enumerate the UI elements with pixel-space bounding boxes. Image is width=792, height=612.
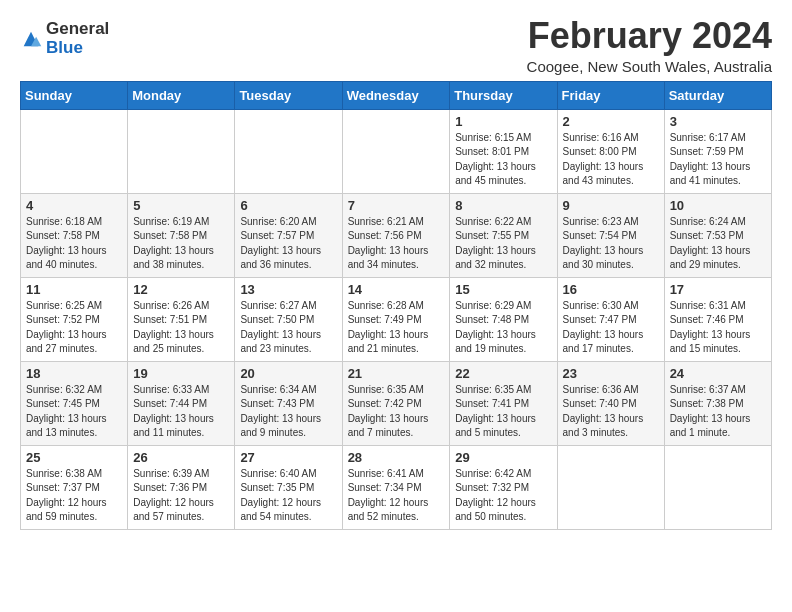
calendar-week-row: 18Sunrise: 6:32 AMSunset: 7:45 PMDayligh… xyxy=(21,361,772,445)
day-number: 22 xyxy=(455,366,551,381)
calendar-day-cell: 9Sunrise: 6:23 AMSunset: 7:54 PMDaylight… xyxy=(557,193,664,277)
day-of-week-header: Friday xyxy=(557,81,664,109)
calendar-day-cell: 17Sunrise: 6:31 AMSunset: 7:46 PMDayligh… xyxy=(664,277,771,361)
day-number: 23 xyxy=(563,366,659,381)
day-info: Sunrise: 6:35 AMSunset: 7:41 PMDaylight:… xyxy=(455,383,551,441)
calendar-day-cell: 18Sunrise: 6:32 AMSunset: 7:45 PMDayligh… xyxy=(21,361,128,445)
day-number: 15 xyxy=(455,282,551,297)
calendar-day-cell xyxy=(21,109,128,193)
calendar-day-cell: 19Sunrise: 6:33 AMSunset: 7:44 PMDayligh… xyxy=(128,361,235,445)
day-info: Sunrise: 6:17 AMSunset: 7:59 PMDaylight:… xyxy=(670,131,766,189)
day-of-week-header: Wednesday xyxy=(342,81,450,109)
day-number: 13 xyxy=(240,282,336,297)
day-number: 6 xyxy=(240,198,336,213)
day-number: 28 xyxy=(348,450,445,465)
day-number: 27 xyxy=(240,450,336,465)
day-info: Sunrise: 6:25 AMSunset: 7:52 PMDaylight:… xyxy=(26,299,122,357)
day-info: Sunrise: 6:41 AMSunset: 7:34 PMDaylight:… xyxy=(348,467,445,525)
calendar-day-cell: 29Sunrise: 6:42 AMSunset: 7:32 PMDayligh… xyxy=(450,445,557,529)
day-info: Sunrise: 6:27 AMSunset: 7:50 PMDaylight:… xyxy=(240,299,336,357)
calendar-day-cell: 11Sunrise: 6:25 AMSunset: 7:52 PMDayligh… xyxy=(21,277,128,361)
day-number: 8 xyxy=(455,198,551,213)
day-number: 12 xyxy=(133,282,229,297)
location-subtitle: Coogee, New South Wales, Australia xyxy=(527,58,772,75)
day-info: Sunrise: 6:18 AMSunset: 7:58 PMDaylight:… xyxy=(26,215,122,273)
calendar-day-cell: 13Sunrise: 6:27 AMSunset: 7:50 PMDayligh… xyxy=(235,277,342,361)
day-of-week-header: Thursday xyxy=(450,81,557,109)
calendar-week-row: 25Sunrise: 6:38 AMSunset: 7:37 PMDayligh… xyxy=(21,445,772,529)
calendar-day-cell: 25Sunrise: 6:38 AMSunset: 7:37 PMDayligh… xyxy=(21,445,128,529)
day-number: 4 xyxy=(26,198,122,213)
day-number: 16 xyxy=(563,282,659,297)
calendar-day-cell xyxy=(342,109,450,193)
calendar-day-cell: 2Sunrise: 6:16 AMSunset: 8:00 PMDaylight… xyxy=(557,109,664,193)
day-info: Sunrise: 6:22 AMSunset: 7:55 PMDaylight:… xyxy=(455,215,551,273)
calendar-week-row: 4Sunrise: 6:18 AMSunset: 7:58 PMDaylight… xyxy=(21,193,772,277)
calendar-day-cell: 14Sunrise: 6:28 AMSunset: 7:49 PMDayligh… xyxy=(342,277,450,361)
calendar-day-cell xyxy=(664,445,771,529)
calendar-day-cell: 1Sunrise: 6:15 AMSunset: 8:01 PMDaylight… xyxy=(450,109,557,193)
day-info: Sunrise: 6:36 AMSunset: 7:40 PMDaylight:… xyxy=(563,383,659,441)
calendar-day-cell xyxy=(128,109,235,193)
header: General Blue February 2024 Coogee, New S… xyxy=(20,16,772,75)
calendar-table: SundayMondayTuesdayWednesdayThursdayFrid… xyxy=(20,81,772,530)
day-info: Sunrise: 6:38 AMSunset: 7:37 PMDaylight:… xyxy=(26,467,122,525)
calendar-day-cell: 12Sunrise: 6:26 AMSunset: 7:51 PMDayligh… xyxy=(128,277,235,361)
logo-blue-text: Blue xyxy=(46,39,109,58)
calendar-header-row: SundayMondayTuesdayWednesdayThursdayFrid… xyxy=(21,81,772,109)
calendar-day-cell xyxy=(235,109,342,193)
logo-general-text: General xyxy=(46,20,109,39)
day-info: Sunrise: 6:29 AMSunset: 7:48 PMDaylight:… xyxy=(455,299,551,357)
day-number: 24 xyxy=(670,366,766,381)
day-info: Sunrise: 6:37 AMSunset: 7:38 PMDaylight:… xyxy=(670,383,766,441)
calendar-day-cell: 28Sunrise: 6:41 AMSunset: 7:34 PMDayligh… xyxy=(342,445,450,529)
day-number: 5 xyxy=(133,198,229,213)
calendar-day-cell: 4Sunrise: 6:18 AMSunset: 7:58 PMDaylight… xyxy=(21,193,128,277)
calendar-day-cell: 16Sunrise: 6:30 AMSunset: 7:47 PMDayligh… xyxy=(557,277,664,361)
day-of-week-header: Sunday xyxy=(21,81,128,109)
day-number: 1 xyxy=(455,114,551,129)
calendar-day-cell: 22Sunrise: 6:35 AMSunset: 7:41 PMDayligh… xyxy=(450,361,557,445)
day-info: Sunrise: 6:32 AMSunset: 7:45 PMDaylight:… xyxy=(26,383,122,441)
calendar-day-cell: 7Sunrise: 6:21 AMSunset: 7:56 PMDaylight… xyxy=(342,193,450,277)
day-number: 19 xyxy=(133,366,229,381)
day-number: 17 xyxy=(670,282,766,297)
day-info: Sunrise: 6:21 AMSunset: 7:56 PMDaylight:… xyxy=(348,215,445,273)
day-number: 14 xyxy=(348,282,445,297)
day-info: Sunrise: 6:40 AMSunset: 7:35 PMDaylight:… xyxy=(240,467,336,525)
logo: General Blue xyxy=(20,20,109,57)
day-info: Sunrise: 6:30 AMSunset: 7:47 PMDaylight:… xyxy=(563,299,659,357)
day-number: 21 xyxy=(348,366,445,381)
day-info: Sunrise: 6:34 AMSunset: 7:43 PMDaylight:… xyxy=(240,383,336,441)
calendar-day-cell: 8Sunrise: 6:22 AMSunset: 7:55 PMDaylight… xyxy=(450,193,557,277)
day-info: Sunrise: 6:23 AMSunset: 7:54 PMDaylight:… xyxy=(563,215,659,273)
calendar-day-cell: 10Sunrise: 6:24 AMSunset: 7:53 PMDayligh… xyxy=(664,193,771,277)
calendar-day-cell: 3Sunrise: 6:17 AMSunset: 7:59 PMDaylight… xyxy=(664,109,771,193)
day-number: 2 xyxy=(563,114,659,129)
day-of-week-header: Monday xyxy=(128,81,235,109)
calendar-day-cell: 21Sunrise: 6:35 AMSunset: 7:42 PMDayligh… xyxy=(342,361,450,445)
day-number: 3 xyxy=(670,114,766,129)
calendar-day-cell: 27Sunrise: 6:40 AMSunset: 7:35 PMDayligh… xyxy=(235,445,342,529)
day-number: 7 xyxy=(348,198,445,213)
logo-icon xyxy=(20,28,42,50)
calendar-week-row: 11Sunrise: 6:25 AMSunset: 7:52 PMDayligh… xyxy=(21,277,772,361)
day-number: 29 xyxy=(455,450,551,465)
calendar-day-cell: 26Sunrise: 6:39 AMSunset: 7:36 PMDayligh… xyxy=(128,445,235,529)
day-info: Sunrise: 6:31 AMSunset: 7:46 PMDaylight:… xyxy=(670,299,766,357)
calendar-day-cell: 20Sunrise: 6:34 AMSunset: 7:43 PMDayligh… xyxy=(235,361,342,445)
calendar-week-row: 1Sunrise: 6:15 AMSunset: 8:01 PMDaylight… xyxy=(21,109,772,193)
calendar-day-cell: 24Sunrise: 6:37 AMSunset: 7:38 PMDayligh… xyxy=(664,361,771,445)
day-info: Sunrise: 6:35 AMSunset: 7:42 PMDaylight:… xyxy=(348,383,445,441)
calendar-day-cell: 15Sunrise: 6:29 AMSunset: 7:48 PMDayligh… xyxy=(450,277,557,361)
day-info: Sunrise: 6:28 AMSunset: 7:49 PMDaylight:… xyxy=(348,299,445,357)
day-info: Sunrise: 6:24 AMSunset: 7:53 PMDaylight:… xyxy=(670,215,766,273)
day-number: 25 xyxy=(26,450,122,465)
day-info: Sunrise: 6:16 AMSunset: 8:00 PMDaylight:… xyxy=(563,131,659,189)
day-number: 10 xyxy=(670,198,766,213)
day-info: Sunrise: 6:39 AMSunset: 7:36 PMDaylight:… xyxy=(133,467,229,525)
day-info: Sunrise: 6:33 AMSunset: 7:44 PMDaylight:… xyxy=(133,383,229,441)
day-of-week-header: Saturday xyxy=(664,81,771,109)
day-info: Sunrise: 6:15 AMSunset: 8:01 PMDaylight:… xyxy=(455,131,551,189)
title-area: February 2024 Coogee, New South Wales, A… xyxy=(527,16,772,75)
